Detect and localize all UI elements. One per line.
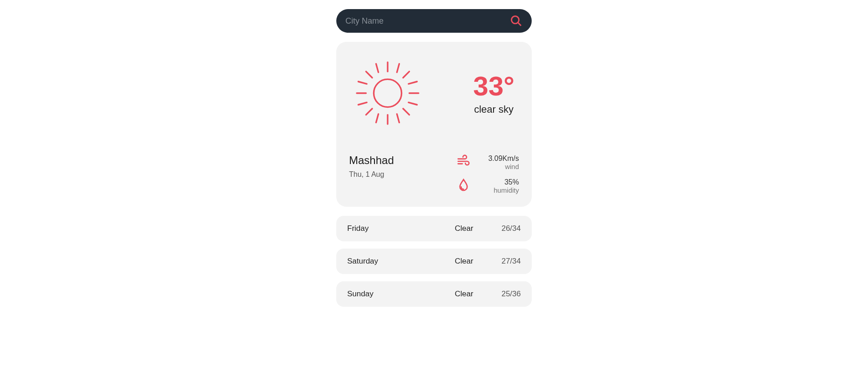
forecast-temps: 27/34 <box>489 257 521 266</box>
forecast-condition: Clear <box>439 257 489 266</box>
svg-line-7 <box>366 71 372 78</box>
temp-block: 33° clear sky <box>473 73 519 115</box>
stats-block: 3.09Km/s wind 35% humidity <box>456 154 519 194</box>
forecast-condition: Clear <box>439 289 489 299</box>
current-condition: clear sky <box>473 104 514 115</box>
forecast-row: Sunday Clear 25/36 <box>336 281 532 307</box>
svg-point-0 <box>512 16 519 24</box>
humidity-value: 35% <box>483 178 519 186</box>
forecast-row: Saturday Clear 27/34 <box>336 249 532 274</box>
wind-label: wind <box>483 163 519 170</box>
svg-line-1 <box>518 23 521 25</box>
svg-line-18 <box>409 102 417 105</box>
current-bottom-row: Mashhad Thu, 1 Aug 3.09Km/s wind <box>349 154 519 194</box>
svg-line-8 <box>403 109 409 115</box>
weather-app: 33° clear sky Mashhad Thu, 1 Aug <box>336 9 532 307</box>
current-temp: 33° <box>473 73 514 100</box>
svg-line-16 <box>358 102 367 105</box>
forecast-condition: Clear <box>439 224 489 233</box>
svg-line-9 <box>366 109 372 115</box>
forecast-temps: 26/34 <box>489 224 521 233</box>
search-bar <box>336 9 532 33</box>
city-name: Mashhad <box>349 154 456 167</box>
wind-stat: 3.09Km/s wind <box>456 154 519 170</box>
humidity-text: 35% humidity <box>483 178 519 194</box>
current-top-row: 33° clear sky <box>349 55 519 134</box>
forecast-day: Saturday <box>347 257 439 266</box>
forecast-row: Friday Clear 26/34 <box>336 216 532 241</box>
current-weather-card: 33° clear sky Mashhad Thu, 1 Aug <box>336 42 532 207</box>
wind-text: 3.09Km/s wind <box>483 155 519 170</box>
svg-point-2 <box>374 79 401 107</box>
svg-line-12 <box>397 64 399 72</box>
city-search-input[interactable] <box>345 16 510 26</box>
current-date: Thu, 1 Aug <box>349 170 456 179</box>
wind-icon <box>456 154 471 170</box>
wind-value: 3.09Km/s <box>483 155 519 163</box>
humidity-stat: 35% humidity <box>456 178 519 194</box>
svg-line-10 <box>403 71 409 78</box>
search-icon[interactable] <box>510 15 523 27</box>
forecast-day: Sunday <box>347 289 439 299</box>
svg-line-15 <box>358 82 367 84</box>
svg-line-13 <box>376 114 379 123</box>
humidity-label: humidity <box>483 186 519 194</box>
svg-line-17 <box>409 82 417 84</box>
svg-line-14 <box>397 114 399 123</box>
forecast-day: Friday <box>347 224 439 233</box>
svg-line-11 <box>376 64 379 72</box>
forecast-temps: 25/36 <box>489 289 521 299</box>
forecast-list: Friday Clear 26/34 Saturday Clear 27/34 … <box>336 216 532 307</box>
city-block: Mashhad Thu, 1 Aug <box>349 154 456 194</box>
sun-icon <box>349 55 426 134</box>
humidity-icon <box>456 178 471 194</box>
